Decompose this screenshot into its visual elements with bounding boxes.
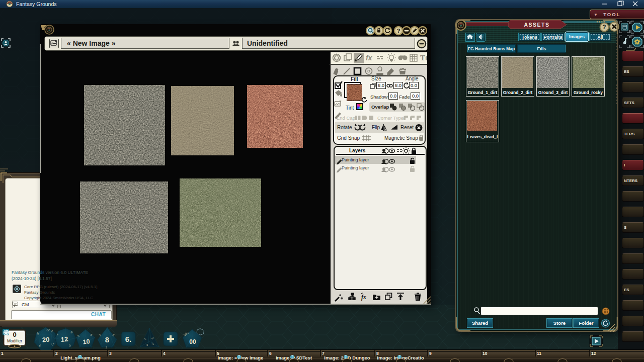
svg-text:12: 12 <box>591 351 596 356</box>
svg-text:9: 9 <box>429 351 432 356</box>
svg-text:3: 3 <box>109 351 112 356</box>
svg-text:?: ? <box>397 28 400 34</box>
svg-text:00: 00 <box>189 338 196 345</box>
svg-text:fx: fx <box>361 294 366 301</box>
svg-text:2: 2 <box>55 351 58 356</box>
svg-text:fx: fx <box>366 54 373 62</box>
svg-text:1: 1 <box>1 351 4 356</box>
svg-text:20: 20 <box>42 336 49 344</box>
svg-text:4: 4 <box>163 351 166 356</box>
svg-text:11: 11 <box>537 351 541 356</box>
svg-text:10: 10 <box>83 338 90 345</box>
svg-text:12: 12 <box>60 335 68 343</box>
svg-text:10: 10 <box>482 351 488 356</box>
svg-text:Tt: Tt <box>420 54 427 62</box>
svg-text:6: 6 <box>269 351 272 356</box>
svg-text:6.: 6. <box>125 335 132 343</box>
svg-text:Fantasy Grounds: Fantasy Grounds <box>16 1 57 7</box>
svg-text:8: 8 <box>105 335 109 344</box>
